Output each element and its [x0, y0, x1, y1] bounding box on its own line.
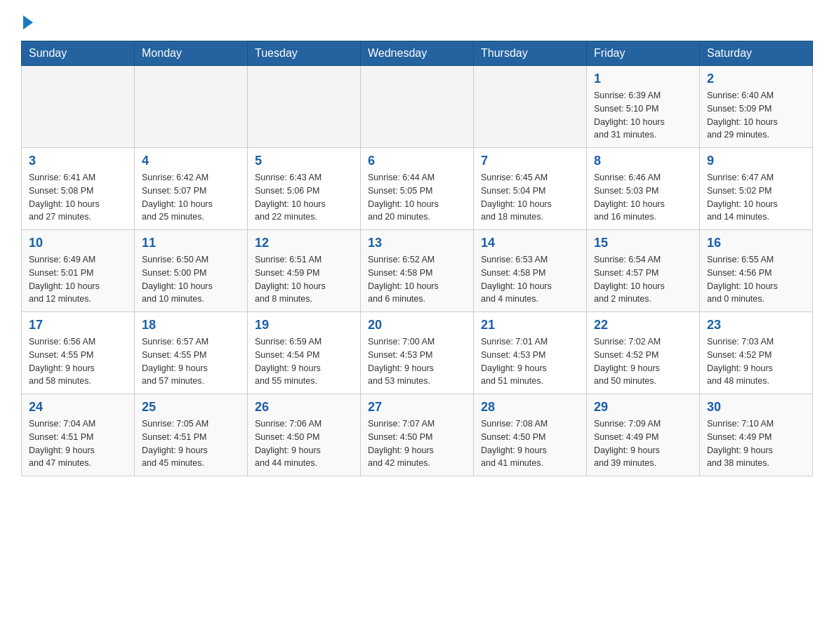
day-number: 23 — [707, 318, 805, 333]
day-number: 14 — [481, 236, 579, 250]
day-info: Sunrise: 7:10 AM Sunset: 4:49 PM Dayligh… — [707, 417, 805, 470]
day-number: 8 — [594, 154, 692, 168]
day-info: Sunrise: 6:50 AM Sunset: 5:00 PM Dayligh… — [142, 253, 240, 306]
weekday-header-sunday: Sunday — [22, 41, 135, 66]
calendar-cell: 30Sunrise: 7:10 AM Sunset: 4:49 PM Dayli… — [700, 394, 813, 476]
day-info: Sunrise: 6:39 AM Sunset: 5:10 PM Dayligh… — [594, 89, 692, 142]
day-info: Sunrise: 6:46 AM Sunset: 5:03 PM Dayligh… — [594, 171, 692, 224]
day-info: Sunrise: 7:04 AM Sunset: 4:51 PM Dayligh… — [29, 417, 127, 470]
calendar-week-row: 1Sunrise: 6:39 AM Sunset: 5:10 PM Daylig… — [22, 66, 813, 148]
calendar-table: SundayMondayTuesdayWednesdayThursdayFrid… — [21, 41, 813, 476]
day-info: Sunrise: 7:02 AM Sunset: 4:52 PM Dayligh… — [594, 335, 692, 388]
day-number: 20 — [368, 318, 466, 333]
day-info: Sunrise: 6:54 AM Sunset: 4:57 PM Dayligh… — [594, 253, 692, 306]
calendar-cell: 16Sunrise: 6:55 AM Sunset: 4:56 PM Dayli… — [700, 230, 813, 312]
calendar-cell: 7Sunrise: 6:45 AM Sunset: 5:04 PM Daylig… — [474, 148, 587, 230]
calendar-week-row: 3Sunrise: 6:41 AM Sunset: 5:08 PM Daylig… — [22, 148, 813, 230]
day-info: Sunrise: 7:06 AM Sunset: 4:50 PM Dayligh… — [255, 417, 353, 470]
calendar-cell: 28Sunrise: 7:08 AM Sunset: 4:50 PM Dayli… — [474, 394, 587, 476]
day-number: 5 — [255, 154, 353, 168]
weekday-header-tuesday: Tuesday — [248, 41, 361, 66]
day-number: 13 — [368, 236, 466, 250]
calendar-cell: 18Sunrise: 6:57 AM Sunset: 4:55 PM Dayli… — [135, 312, 248, 394]
day-info: Sunrise: 7:03 AM Sunset: 4:52 PM Dayligh… — [707, 335, 805, 388]
day-info: Sunrise: 6:52 AM Sunset: 4:58 PM Dayligh… — [368, 253, 466, 306]
day-info: Sunrise: 7:09 AM Sunset: 4:49 PM Dayligh… — [594, 417, 692, 470]
calendar-cell: 13Sunrise: 6:52 AM Sunset: 4:58 PM Dayli… — [361, 230, 474, 312]
day-info: Sunrise: 6:40 AM Sunset: 5:09 PM Dayligh… — [707, 89, 805, 142]
day-number: 10 — [29, 236, 127, 250]
weekday-header-wednesday: Wednesday — [361, 41, 474, 66]
day-number: 1 — [594, 72, 692, 86]
day-info: Sunrise: 7:00 AM Sunset: 4:53 PM Dayligh… — [368, 335, 466, 388]
day-number: 22 — [594, 318, 692, 333]
calendar-cell: 12Sunrise: 6:51 AM Sunset: 4:59 PM Dayli… — [248, 230, 361, 312]
day-number: 29 — [594, 400, 692, 415]
weekday-header-row: SundayMondayTuesdayWednesdayThursdayFrid… — [22, 41, 813, 66]
day-info: Sunrise: 6:53 AM Sunset: 4:58 PM Dayligh… — [481, 253, 579, 306]
calendar-cell: 23Sunrise: 7:03 AM Sunset: 4:52 PM Dayli… — [700, 312, 813, 394]
calendar-cell: 19Sunrise: 6:59 AM Sunset: 4:54 PM Dayli… — [248, 312, 361, 394]
weekday-header-monday: Monday — [135, 41, 248, 66]
day-number: 11 — [142, 236, 240, 250]
day-info: Sunrise: 7:07 AM Sunset: 4:50 PM Dayligh… — [368, 417, 466, 470]
calendar-cell: 4Sunrise: 6:42 AM Sunset: 5:07 PM Daylig… — [135, 148, 248, 230]
day-info: Sunrise: 6:44 AM Sunset: 5:05 PM Dayligh… — [368, 171, 466, 224]
day-number: 25 — [142, 400, 240, 415]
calendar-cell: 6Sunrise: 6:44 AM Sunset: 5:05 PM Daylig… — [361, 148, 474, 230]
day-info: Sunrise: 6:49 AM Sunset: 5:01 PM Dayligh… — [29, 253, 127, 306]
calendar-cell — [361, 66, 474, 148]
calendar-cell: 24Sunrise: 7:04 AM Sunset: 4:51 PM Dayli… — [22, 394, 135, 476]
day-info: Sunrise: 6:51 AM Sunset: 4:59 PM Dayligh… — [255, 253, 353, 306]
day-number: 27 — [368, 400, 466, 415]
calendar-cell: 8Sunrise: 6:46 AM Sunset: 5:03 PM Daylig… — [587, 148, 700, 230]
weekday-header-saturday: Saturday — [700, 41, 813, 66]
calendar-cell: 21Sunrise: 7:01 AM Sunset: 4:53 PM Dayli… — [474, 312, 587, 394]
day-info: Sunrise: 6:43 AM Sunset: 5:06 PM Dayligh… — [255, 171, 353, 224]
calendar-cell: 17Sunrise: 6:56 AM Sunset: 4:55 PM Dayli… — [22, 312, 135, 394]
day-info: Sunrise: 6:59 AM Sunset: 4:54 PM Dayligh… — [255, 335, 353, 388]
calendar-cell: 14Sunrise: 6:53 AM Sunset: 4:58 PM Dayli… — [474, 230, 587, 312]
calendar-cell: 10Sunrise: 6:49 AM Sunset: 5:01 PM Dayli… — [22, 230, 135, 312]
calendar-cell: 20Sunrise: 7:00 AM Sunset: 4:53 PM Dayli… — [361, 312, 474, 394]
day-number: 15 — [594, 236, 692, 250]
day-number: 21 — [481, 318, 579, 333]
calendar-cell — [474, 66, 587, 148]
day-number: 19 — [255, 318, 353, 333]
calendar-week-row: 10Sunrise: 6:49 AM Sunset: 5:01 PM Dayli… — [22, 230, 813, 312]
weekday-header-thursday: Thursday — [474, 41, 587, 66]
day-number: 3 — [29, 154, 127, 168]
page-header — [21, 14, 813, 28]
calendar-cell: 11Sunrise: 6:50 AM Sunset: 5:00 PM Dayli… — [135, 230, 248, 312]
calendar-cell: 2Sunrise: 6:40 AM Sunset: 5:09 PM Daylig… — [700, 66, 813, 148]
day-number: 16 — [707, 236, 805, 250]
day-number: 17 — [29, 318, 127, 333]
day-info: Sunrise: 7:01 AM Sunset: 4:53 PM Dayligh… — [481, 335, 579, 388]
calendar-cell: 9Sunrise: 6:47 AM Sunset: 5:02 PM Daylig… — [700, 148, 813, 230]
calendar-cell — [248, 66, 361, 148]
day-info: Sunrise: 7:08 AM Sunset: 4:50 PM Dayligh… — [481, 417, 579, 470]
day-info: Sunrise: 6:42 AM Sunset: 5:07 PM Dayligh… — [142, 171, 240, 224]
logo — [21, 14, 33, 28]
day-info: Sunrise: 7:05 AM Sunset: 4:51 PM Dayligh… — [142, 417, 240, 470]
calendar-cell: 25Sunrise: 7:05 AM Sunset: 4:51 PM Dayli… — [135, 394, 248, 476]
logo-triangle-icon — [23, 15, 33, 29]
day-number: 18 — [142, 318, 240, 333]
calendar-cell: 22Sunrise: 7:02 AM Sunset: 4:52 PM Dayli… — [587, 312, 700, 394]
weekday-header-friday: Friday — [587, 41, 700, 66]
calendar-cell — [22, 66, 135, 148]
calendar-cell: 29Sunrise: 7:09 AM Sunset: 4:49 PM Dayli… — [587, 394, 700, 476]
calendar-cell — [135, 66, 248, 148]
day-info: Sunrise: 6:56 AM Sunset: 4:55 PM Dayligh… — [29, 335, 127, 388]
day-number: 12 — [255, 236, 353, 250]
calendar-cell: 3Sunrise: 6:41 AM Sunset: 5:08 PM Daylig… — [22, 148, 135, 230]
calendar-cell: 1Sunrise: 6:39 AM Sunset: 5:10 PM Daylig… — [587, 66, 700, 148]
calendar-week-row: 17Sunrise: 6:56 AM Sunset: 4:55 PM Dayli… — [22, 312, 813, 394]
day-info: Sunrise: 6:41 AM Sunset: 5:08 PM Dayligh… — [29, 171, 127, 224]
day-number: 7 — [481, 154, 579, 168]
calendar-cell: 5Sunrise: 6:43 AM Sunset: 5:06 PM Daylig… — [248, 148, 361, 230]
calendar-week-row: 24Sunrise: 7:04 AM Sunset: 4:51 PM Dayli… — [22, 394, 813, 476]
calendar-cell: 27Sunrise: 7:07 AM Sunset: 4:50 PM Dayli… — [361, 394, 474, 476]
day-info: Sunrise: 6:45 AM Sunset: 5:04 PM Dayligh… — [481, 171, 579, 224]
day-number: 9 — [707, 154, 805, 168]
